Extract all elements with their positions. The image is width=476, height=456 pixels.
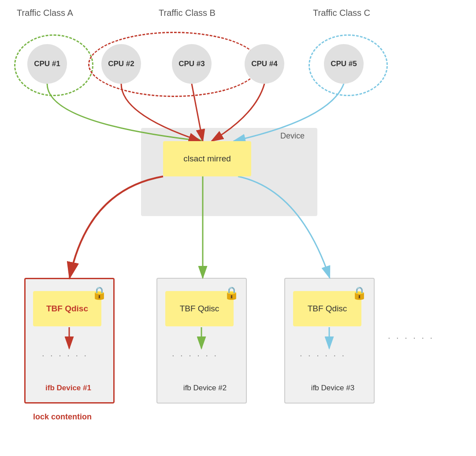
cpu-2: CPU #2	[101, 44, 141, 84]
clsact-label: clsact mirred	[183, 153, 231, 164]
cpu-3: CPU #3	[172, 44, 212, 84]
tbf-box-2: TBF Qdisc	[165, 291, 234, 326]
traffic-class-a-label: Traffic Class A	[17, 8, 73, 18]
clsact-box: clsact mirred	[163, 141, 251, 176]
dots-2: . . . . . .	[172, 348, 218, 359]
cpu-1: CPU #1	[27, 44, 67, 84]
traffic-class-b-label: Traffic Class B	[159, 8, 216, 18]
ifb-label-3: ifb Device #3	[298, 384, 368, 392]
tbf-label-3: TBF Qdisc	[308, 303, 347, 314]
tbf-box-3: TBF Qdisc	[293, 291, 361, 326]
dots-1: . . . . . .	[42, 348, 88, 359]
lock-icon-3: 🔒	[352, 286, 367, 300]
diagram: Traffic Class A Traffic Class B Traffic …	[0, 0, 476, 456]
traffic-class-c-label: Traffic Class C	[313, 8, 370, 18]
tbf-box-1: TBF Qdisc	[33, 291, 101, 326]
lock-icon-2: 🔒	[224, 286, 239, 300]
lock-icon-1: 🔒	[92, 286, 107, 300]
dots-3: . . . . . .	[300, 348, 346, 359]
ifb-label-1: ifb Device #1	[33, 384, 104, 392]
cpu-5: CPU #5	[324, 44, 364, 84]
cpu-4: CPU #4	[245, 44, 284, 84]
extra-dots: . . . . . .	[388, 331, 434, 341]
tbf-label-2: TBF Qdisc	[180, 303, 219, 314]
tbf-label-1: TBF Qdisc	[46, 303, 88, 314]
device-label: Device	[280, 131, 305, 141]
ifb-label-2: ifb Device #2	[170, 384, 240, 392]
lock-contention-label: lock contention	[33, 412, 92, 422]
